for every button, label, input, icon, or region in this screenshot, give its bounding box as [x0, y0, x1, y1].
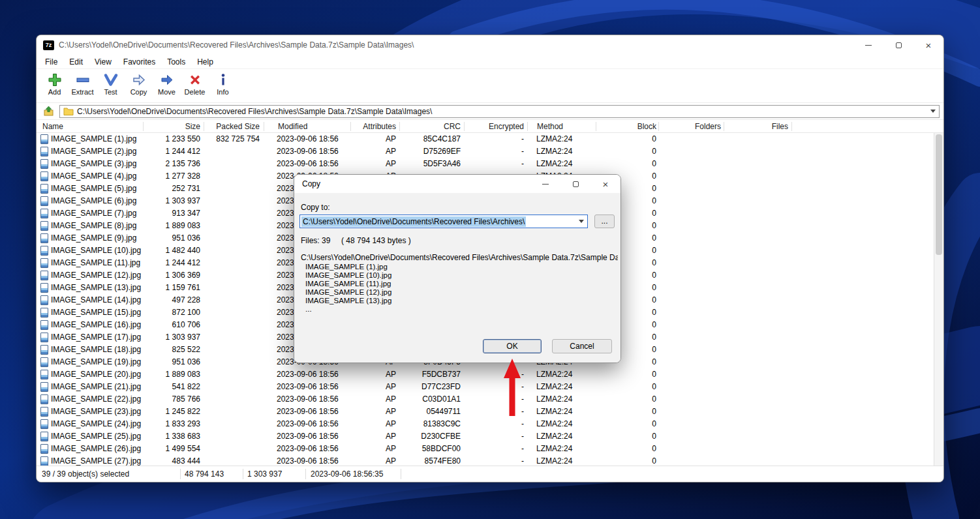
column-divider: [527, 122, 528, 131]
cell-encrypted: -: [487, 133, 524, 145]
test-icon: [103, 72, 119, 88]
image-file-icon: [40, 419, 48, 429]
header-name[interactable]: Name: [42, 120, 63, 133]
table-row[interactable]: IMAGE_SAMPLE (20).jpg 1 889 083 2023-09-…: [37, 368, 934, 381]
close-icon: ×: [926, 40, 932, 50]
header-files[interactable]: Files: [728, 120, 788, 133]
image-file-icon: [40, 271, 48, 280]
table-row[interactable]: IMAGE_SAMPLE (27).jpg 483 444 2023-09-06…: [37, 455, 934, 466]
header-packed-size[interactable]: Packed Size: [202, 120, 260, 133]
table-row[interactable]: IMAGE_SAMPLE (22).jpg 785 766 2023-09-06…: [37, 393, 934, 406]
cell-size: 1 833 293: [146, 418, 200, 430]
cell-method: LZMA2:24: [536, 158, 598, 170]
table-row[interactable]: IMAGE_SAMPLE (1).jpg 1 233 550 832 725 7…: [37, 133, 934, 145]
menu-edit[interactable]: Edit: [63, 57, 89, 67]
cell-method: LZMA2:24: [536, 368, 598, 381]
cell-block: 0: [599, 158, 656, 170]
table-row[interactable]: IMAGE_SAMPLE (21).jpg 541 822 2023-09-06…: [37, 381, 934, 393]
status-divider: [305, 469, 306, 479]
close-button[interactable]: ×: [913, 35, 943, 55]
menu-file[interactable]: File: [39, 57, 63, 67]
header-modified[interactable]: Modified: [278, 120, 307, 133]
cell-encrypted: -: [487, 145, 524, 158]
menu-tools[interactable]: Tools: [161, 57, 191, 67]
browse-button[interactable]: ...: [594, 215, 615, 228]
column-divider: [724, 122, 724, 131]
dialog-minimize-button[interactable]: [530, 175, 560, 193]
dialog-file-item: ...: [305, 305, 391, 314]
dialog-close-button[interactable]: ×: [590, 175, 620, 193]
cell-modified: 2023-09-06 18:56: [277, 368, 352, 381]
destination-combobox[interactable]: C:\Users\Yodel\OneDrive\Documents\Recove…: [299, 215, 588, 228]
copy-button[interactable]: Copy: [125, 72, 153, 96]
header-crc[interactable]: CRC: [399, 120, 461, 133]
image-file-icon: [40, 456, 48, 466]
annotation-arrow-icon: [501, 356, 523, 419]
cell-block: 0: [599, 393, 656, 406]
table-row[interactable]: IMAGE_SAMPLE (24).jpg 1 833 293 2023-09-…: [37, 418, 934, 430]
info-button[interactable]: Info: [209, 72, 237, 96]
copy-dialog: Copy × Copy to: C:\Users\Yodel\OneDrive\…: [294, 174, 621, 363]
status-item-size: 1 303 937: [247, 466, 282, 482]
up-one-level-button[interactable]: [40, 105, 56, 118]
table-row[interactable]: IMAGE_SAMPLE (25).jpg 1 338 683 2023-09-…: [37, 430, 934, 443]
address-dropdown-icon[interactable]: [930, 110, 936, 113]
cell-name: IMAGE_SAMPLE (7).jpg: [51, 207, 146, 220]
vertical-scrollbar[interactable]: [934, 133, 943, 466]
status-selected: 39 / 39 object(s) selected: [42, 466, 129, 482]
menu-help[interactable]: Help: [191, 57, 219, 67]
cell-size: 2 135 736: [146, 158, 200, 170]
combo-dropdown-icon[interactable]: [576, 220, 586, 223]
source-path: C:\Users\Yodel\OneDrive\Documents\Recove…: [301, 253, 618, 262]
header-block[interactable]: Block: [599, 120, 656, 133]
cell-size: 1 245 822: [146, 406, 200, 418]
cell-size: 1 244 412: [146, 145, 200, 158]
add-icon: [47, 72, 63, 88]
cell-name: IMAGE_SAMPLE (17).jpg: [51, 331, 146, 344]
table-row[interactable]: IMAGE_SAMPLE (2).jpg 1 244 412 2023-09-0…: [37, 145, 934, 158]
cell-name: IMAGE_SAMPLE (22).jpg: [51, 393, 146, 406]
cell-crc: D230CFBE: [399, 430, 461, 443]
table-row[interactable]: IMAGE_SAMPLE (23).jpg 1 245 822 2023-09-…: [37, 406, 934, 418]
cell-crc: D75269EF: [399, 145, 461, 158]
header-method[interactable]: Method: [537, 120, 563, 133]
files-summary: Files: 39 ( 48 794 143 bytes ): [301, 236, 411, 245]
maximize-button[interactable]: [883, 35, 913, 55]
extract-button[interactable]: Extract: [69, 72, 97, 96]
column-divider: [791, 122, 792, 131]
image-file-icon: [40, 333, 48, 342]
status-total-size: 48 794 143: [185, 466, 224, 482]
header-attributes[interactable]: Attributes: [352, 120, 396, 133]
header-folders[interactable]: Folders: [662, 120, 721, 133]
image-file-icon: [40, 171, 48, 181]
minimize-button[interactable]: [853, 35, 883, 55]
add-button[interactable]: Add: [40, 72, 69, 96]
column-divider: [464, 122, 465, 131]
header-encrypted[interactable]: Encrypted: [487, 120, 524, 133]
cell-packed-size: 832 725 754: [202, 133, 260, 145]
dialog-maximize-button[interactable]: [560, 175, 590, 193]
test-button[interactable]: Test: [97, 72, 125, 96]
move-button[interactable]: Move: [153, 72, 181, 96]
cell-attributes: AP: [352, 455, 396, 466]
image-file-icon: [40, 382, 48, 392]
cancel-button[interactable]: Cancel: [552, 339, 612, 353]
folder-up-icon: [43, 106, 54, 117]
ok-button[interactable]: OK: [483, 339, 542, 353]
close-icon: ×: [603, 179, 609, 189]
cell-name: IMAGE_SAMPLE (3).jpg: [51, 158, 146, 170]
cell-name: IMAGE_SAMPLE (6).jpg: [51, 195, 146, 207]
menu-favorites[interactable]: Favorites: [117, 57, 161, 67]
cell-method: LZMA2:24: [536, 145, 598, 158]
table-row[interactable]: IMAGE_SAMPLE (3).jpg 2 135 736 2023-09-0…: [37, 158, 934, 170]
maximize-icon: [573, 181, 579, 187]
cell-name: IMAGE_SAMPLE (18).jpg: [51, 344, 146, 356]
address-input[interactable]: C:\Users\Yodel\OneDrive\Documents\Recove…: [59, 105, 940, 118]
delete-button[interactable]: Delete: [181, 72, 209, 96]
dialog-file-item: IMAGE_SAMPLE (11).jpg: [305, 280, 391, 288]
column-divider: [350, 122, 351, 131]
table-row[interactable]: IMAGE_SAMPLE (26).jpg 1 499 554 2023-09-…: [37, 443, 934, 455]
header-size[interactable]: Size: [146, 120, 200, 133]
scrollbar-thumb[interactable]: [936, 134, 942, 255]
menu-view[interactable]: View: [89, 57, 117, 67]
